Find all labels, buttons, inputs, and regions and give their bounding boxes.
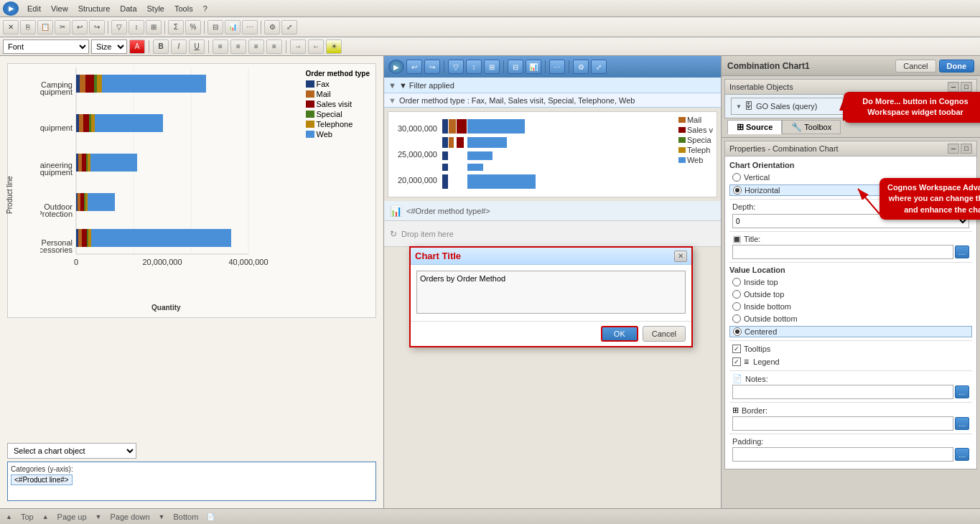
title-input[interactable] — [732, 245, 953, 259]
dialog-close-button[interactable]: ✕ — [674, 251, 687, 262]
chart-title-input[interactable]: Orders by Order Method — [416, 271, 686, 314]
indent-button[interactable]: → — [290, 39, 306, 54]
source-tab[interactable]: ⊞ Source — [727, 120, 782, 134]
tooltips-row[interactable]: ✓ Tooltips — [729, 344, 972, 354]
outside-bottom-row[interactable]: Outside bottom — [729, 314, 972, 324]
right-done-button[interactable]: Done — [939, 60, 975, 72]
legend-checkbox[interactable]: ✓ — [732, 357, 741, 366]
widget-filter-btn[interactable]: ▽ — [448, 60, 464, 74]
dialog-ok-button[interactable]: OK — [601, 326, 638, 342]
menu-tools[interactable]: Tools — [170, 3, 197, 14]
font-color-button[interactable]: A — [129, 39, 145, 54]
font-select[interactable]: Font — [3, 39, 89, 54]
undo2-button[interactable]: ↩ — [72, 20, 88, 34]
menu-help[interactable]: ? — [199, 3, 212, 14]
widget-redo-btn[interactable]: ↪ — [424, 60, 440, 74]
yaxis-30m: 30,000,000 — [390, 124, 437, 133]
padding-label: Padding: — [732, 437, 763, 446]
more-button[interactable]: ⋯ — [242, 20, 258, 34]
pl-telephone-label: Teleph — [687, 146, 710, 154]
tooltips-checkbox[interactable]: ✓ — [732, 345, 741, 353]
insertable-max-button[interactable]: □ — [961, 82, 972, 92]
expand-button[interactable]: ⤢ — [281, 20, 297, 34]
notes-input[interactable] — [732, 385, 953, 399]
outside-top-row[interactable]: Outside top — [729, 289, 972, 299]
notes-dots-button[interactable]: … — [955, 385, 969, 398]
menu-data[interactable]: Data — [116, 3, 141, 14]
align-left-button[interactable]: ≡ — [213, 39, 228, 54]
legend-web-label: Web — [317, 130, 332, 139]
special-button[interactable]: ☀ — [326, 39, 342, 54]
copy-button[interactable]: ⎘ — [20, 20, 36, 34]
vertical-radio[interactable] — [732, 173, 741, 182]
menu-style[interactable]: Style — [143, 3, 169, 14]
menu-edit[interactable]: Edit — [23, 3, 45, 14]
group-button[interactable]: ⊞ — [146, 20, 162, 34]
chart-button[interactable]: 📊 — [225, 20, 241, 34]
status-top[interactable]: Top — [21, 513, 34, 521]
menu-structure[interactable]: Structure — [74, 3, 115, 14]
outside-top-radio[interactable] — [732, 290, 741, 299]
widget-settings-btn[interactable]: ⚙ — [573, 60, 589, 74]
dialog-cancel-button[interactable]: Cancel — [643, 326, 686, 342]
right-cancel-button[interactable]: Cancel — [895, 60, 935, 72]
undo-button[interactable]: ✕ — [3, 20, 19, 34]
outdent-button[interactable]: ← — [308, 39, 324, 54]
props-min-button[interactable]: ─ — [948, 144, 959, 154]
widget-undo-btn[interactable]: ↩ — [406, 60, 422, 74]
inside-bottom-radio[interactable] — [732, 302, 741, 311]
italic-button[interactable]: I — [171, 39, 187, 54]
value-location-section: Value Location Inside top Outside top In… — [729, 266, 972, 337]
paste-button[interactable]: 📋 — [37, 20, 53, 34]
widget-logo-btn[interactable]: ▶ — [388, 60, 404, 74]
percent-button[interactable]: % — [185, 20, 201, 34]
bold-button[interactable]: B — [153, 39, 169, 54]
centered-row[interactable]: Centered — [729, 326, 972, 337]
chart-object-select[interactable]: Select a chart object — [7, 443, 136, 459]
legend-sales: Sales visit — [306, 100, 370, 108]
sort-button[interactable]: ↕ — [129, 20, 144, 34]
up-arrow2-icon: ▲ — [42, 513, 49, 520]
app-logo[interactable]: ▶ — [3, 1, 19, 16]
align-center-button[interactable]: ≡ — [230, 39, 246, 54]
inside-top-radio[interactable] — [732, 278, 741, 286]
padding-input[interactable] — [732, 447, 953, 462]
settings-button[interactable]: ⚙ — [264, 20, 280, 34]
status-pageup[interactable]: Page up — [57, 513, 87, 521]
props-max-button[interactable]: □ — [961, 144, 972, 154]
inside-bottom-row[interactable]: Inside bottom — [729, 301, 972, 312]
insertable-min-button[interactable]: ─ — [948, 82, 959, 92]
align-right-button[interactable]: ≡ — [248, 39, 264, 54]
status-pagedown[interactable]: Page down — [111, 513, 150, 521]
underline-button[interactable]: U — [189, 39, 205, 54]
svg-rect-40 — [82, 229, 87, 247]
widget-more-btn[interactable]: ⋯ — [549, 60, 565, 74]
legend-row[interactable]: ✓ ≡ Legend — [729, 356, 972, 368]
widget-expand-btn[interactable]: ⤢ — [591, 60, 607, 74]
toolbox-tab[interactable]: 🔧 Toolbox — [782, 120, 841, 134]
menu-view[interactable]: View — [47, 3, 73, 14]
redo-button[interactable]: ↪ — [89, 20, 105, 34]
calc-button[interactable]: Σ — [168, 20, 184, 34]
padding-dots-button[interactable]: … — [955, 448, 969, 461]
cut-button[interactable]: ✂ — [55, 20, 70, 34]
inside-top-row[interactable]: Inside top — [729, 277, 972, 287]
status-bottom[interactable]: Bottom — [173, 513, 198, 521]
widget-group-btn[interactable]: ⊞ — [484, 60, 500, 74]
table-button[interactable]: ⊟ — [207, 20, 223, 34]
align-justify-button[interactable]: ≡ — [266, 39, 282, 54]
svg-rect-22 — [83, 114, 89, 132]
size-select[interactable]: Size — [91, 39, 127, 54]
centered-radio[interactable] — [733, 327, 742, 336]
border-dots-button[interactable]: … — [955, 417, 969, 430]
filter-button[interactable]: ▽ — [111, 20, 127, 34]
widget-table-btn[interactable]: ⊟ — [508, 60, 523, 74]
border-input[interactable] — [732, 416, 953, 431]
widget-sort-btn[interactable]: ↕ — [466, 60, 482, 74]
horizontal-radio[interactable] — [733, 186, 742, 195]
legend-title: Order method type — [306, 70, 370, 78]
title-dots-button[interactable]: … — [955, 245, 969, 258]
widget-chart-btn[interactable]: 📊 — [526, 60, 541, 74]
outside-bottom-radio[interactable] — [732, 314, 741, 323]
widget-sep1 — [444, 60, 444, 73]
